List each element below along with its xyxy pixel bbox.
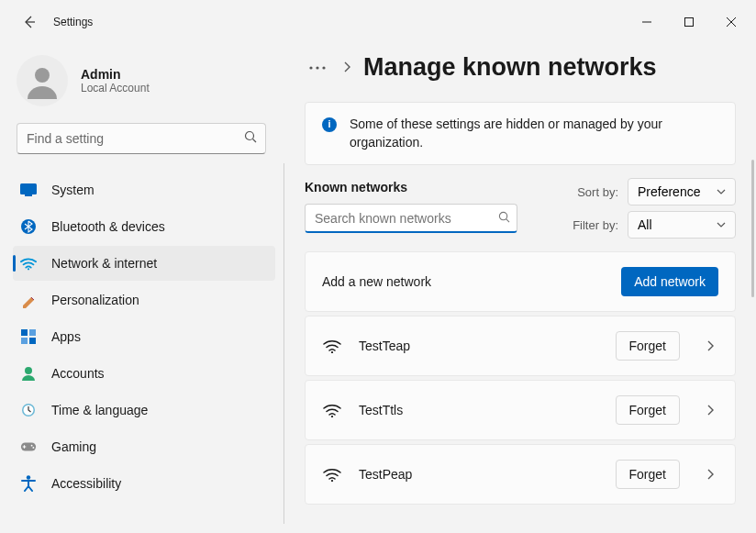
svg-rect-13 (21, 338, 28, 344)
info-icon: i (322, 117, 337, 132)
titlebar: Settings (0, 0, 756, 44)
scrollbar[interactable] (751, 160, 754, 297)
nav-item-accessibility[interactable]: Accessibility (13, 466, 275, 501)
sidebar-search (17, 123, 266, 154)
network-name: TestTeap (359, 339, 410, 353)
maximize-button[interactable] (668, 7, 710, 37)
svg-rect-8 (25, 194, 32, 196)
chevron-right-icon (702, 405, 718, 416)
svg-point-5 (246, 132, 254, 140)
svg-rect-11 (21, 329, 28, 336)
add-network-label: Add a new network (322, 274, 431, 289)
ellipsis-icon (309, 66, 326, 70)
nav-label: Personalization (51, 293, 139, 307)
sort-label: Sort by: (561, 185, 618, 199)
chevron-right-icon (343, 60, 350, 76)
forget-button[interactable]: Forget (616, 331, 680, 361)
sidebar-search-input[interactable] (17, 123, 266, 154)
user-sub: Local Account (81, 82, 150, 94)
nav-item-gaming[interactable]: Gaming (13, 429, 275, 464)
svg-point-23 (316, 66, 318, 69)
svg-point-19 (31, 445, 33, 447)
accessibility-icon (20, 475, 37, 492)
system-icon (20, 182, 37, 198)
nav-label: Gaming (51, 439, 96, 454)
network-row[interactable]: TestTeapForget (305, 316, 736, 376)
add-network-button[interactable]: Add network (621, 267, 718, 296)
chevron-down-icon (717, 222, 726, 228)
nav-item-personalization[interactable]: Personalization (13, 283, 275, 317)
close-button[interactable] (710, 7, 752, 37)
nav-item-accounts[interactable]: Accounts (13, 356, 275, 391)
network-row[interactable]: TestTtlsForget (305, 380, 736, 440)
chevron-right-icon (702, 340, 718, 351)
main: Manage known networks i Some of these se… (284, 44, 756, 533)
svg-point-29 (331, 480, 333, 482)
search-icon (244, 130, 257, 147)
svg-line-26 (506, 219, 509, 222)
filter-value: All (638, 217, 652, 232)
bluetooth-icon (20, 218, 37, 235)
add-network-card: Add a new network Add network (305, 251, 736, 312)
nav-item-time-language[interactable]: Time & language (13, 393, 275, 428)
svg-point-10 (28, 268, 29, 270)
maximize-icon (684, 17, 694, 27)
wifi-icon (322, 468, 342, 482)
nav-label: Accessibility (51, 476, 121, 491)
svg-point-4 (35, 68, 50, 83)
filter-select[interactable]: All (628, 211, 736, 239)
sort-select[interactable]: Preference (628, 178, 736, 205)
nav-label: Network & internet (51, 256, 157, 271)
svg-point-28 (331, 416, 333, 417)
apps-icon (20, 328, 37, 345)
forget-button[interactable]: Forget (616, 395, 680, 425)
svg-point-25 (499, 213, 506, 220)
forget-button[interactable]: Forget (616, 460, 680, 489)
banner-text: Some of these settings are hidden or man… (350, 116, 718, 151)
svg-rect-12 (29, 329, 36, 336)
back-button[interactable] (18, 11, 40, 33)
sort-value: Preference (638, 184, 700, 199)
chevron-down-icon (717, 189, 726, 194)
wifi-icon (322, 339, 342, 353)
known-networks-search-input[interactable] (305, 204, 517, 233)
wifi-icon (20, 255, 37, 272)
window-controls (626, 7, 752, 37)
network-name: TestTtls (359, 403, 403, 417)
nav-item-network-internet[interactable]: Network & internet (13, 246, 275, 281)
search-icon (498, 210, 510, 227)
network-name: TestPeap (359, 467, 412, 482)
svg-point-15 (25, 367, 32, 374)
page-title: Manage known networks (363, 53, 657, 82)
svg-point-27 (331, 351, 333, 353)
personalization-icon (20, 292, 37, 308)
svg-rect-7 (20, 183, 37, 194)
content-scroll[interactable]: i Some of these settings are hidden or m… (305, 102, 749, 533)
svg-rect-14 (29, 338, 36, 344)
accounts-icon (20, 365, 37, 382)
user-name: Admin (81, 67, 150, 82)
nav-label: Accounts (51, 366, 105, 381)
nav-item-apps[interactable]: Apps (13, 319, 275, 354)
minimize-button[interactable] (626, 7, 668, 37)
nav-item-bluetooth-devices[interactable]: Bluetooth & devices (13, 209, 275, 244)
network-row[interactable]: TestPeapForget (305, 444, 736, 505)
time-icon (20, 402, 37, 418)
svg-point-21 (27, 475, 30, 479)
svg-rect-1 (685, 18, 694, 27)
svg-point-24 (322, 66, 325, 69)
svg-line-6 (253, 139, 257, 143)
breadcrumb-ellipsis[interactable] (305, 66, 330, 70)
user-row[interactable]: Admin Local Account (6, 51, 275, 123)
close-icon (727, 17, 736, 27)
nav-label: Apps (51, 329, 81, 344)
nav: SystemBluetooth & devicesNetwork & inter… (6, 172, 275, 501)
nav-label: Time & language (51, 403, 148, 417)
avatar-icon (24, 62, 61, 99)
gaming-icon (20, 439, 37, 455)
arrow-left-icon (22, 15, 37, 29)
known-networks-heading: Known networks (305, 180, 547, 194)
wifi-icon (322, 404, 342, 417)
nav-item-system[interactable]: System (13, 172, 275, 207)
breadcrumb: Manage known networks (305, 53, 749, 82)
